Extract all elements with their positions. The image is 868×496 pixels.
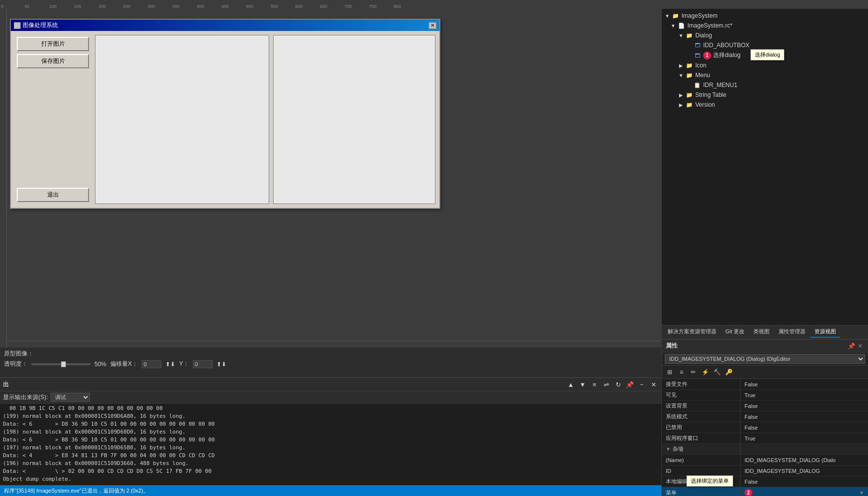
output-align-right-btn[interactable]: ⇌ xyxy=(601,379,611,389)
tree-item-rc-label: ImageSystem.rc* xyxy=(687,22,732,29)
prop-row-app-window: 应用程序窗口 True xyxy=(662,433,868,444)
tree-item-rc[interactable]: ▼ 📄 ImageSystem.rc* xyxy=(662,21,868,30)
prop-value: False xyxy=(741,411,868,422)
prop-value: False xyxy=(741,379,868,389)
badge-1: 1 xyxy=(703,52,711,59)
tab-property-manager[interactable]: 属性管理器 xyxy=(775,326,809,338)
output-line: Data: < \ > 02 00 00 00 CD CD CD D8 CS 5… xyxy=(3,467,658,475)
output-pin-btn[interactable]: 📌 xyxy=(625,379,635,389)
offset-x-arrows: ⬆⬇ xyxy=(165,361,175,368)
tree-arrow: ▼ xyxy=(678,32,684,39)
status-text: 程序"[35148] ImageSystem.exe"已退出，返回值为 2 (0… xyxy=(4,487,149,495)
tree-item-menu-label: Menu xyxy=(695,72,710,79)
tree-item-main-dialog[interactable]: ▶ 🗔 1 选择dialog 选择dialog xyxy=(662,50,868,60)
output-panel: 出 ▲ ▼ ≡ ⇌ ↻ 📌 − ✕ 显示输出来源(S): 调试 xyxy=(0,377,661,485)
tree-item-main-dialog-label: 选择dialog xyxy=(713,51,741,59)
transparency-row: 透明度： 50% 偏移量X： ⬆⬇ Y： ⬆⬇ xyxy=(4,360,657,368)
output-minimize-btn[interactable]: − xyxy=(637,379,647,389)
prop-tool-event-btn[interactable]: ⚡ xyxy=(700,367,710,377)
dialog-icon: 🗔 xyxy=(693,41,701,49)
balloon-text-2: 选择绑定的菜单 xyxy=(691,478,729,484)
output-content[interactable]: 00 1B 9B 1C C5 C1 00 00 00 00 00 00 00 0… xyxy=(0,404,661,485)
status-bar: 程序"[35148] ImageSystem.exe"已退出，返回值为 2 (0… xyxy=(0,485,661,496)
dialog-titlebar-icon xyxy=(14,22,21,29)
tree-item-icon-folder[interactable]: ▶ 📁 Icon xyxy=(662,60,868,70)
tree-item-string-table-label: String Table xyxy=(695,91,726,98)
original-image-label: 原型图像： xyxy=(4,350,657,358)
panel-close-btn[interactable]: ✕ xyxy=(856,342,864,350)
dialog-center-panel xyxy=(95,35,269,204)
folder-icon: 📁 xyxy=(685,91,693,99)
tree-item-version-label: Version xyxy=(695,101,715,108)
transparency-slider-container[interactable] xyxy=(31,363,91,365)
output-move-up-btn[interactable]: ▲ xyxy=(566,379,576,389)
dialog-close-button[interactable]: ✕ xyxy=(429,22,436,29)
tree-root[interactable]: ▼ 📁 ImageSystem xyxy=(662,11,868,21)
rc-file-icon: 📄 xyxy=(678,22,685,29)
prop-name: 菜单 xyxy=(662,487,741,496)
output-line: (196) normal block at 0x000001C5109D3660… xyxy=(3,460,658,467)
prop-tool-build-btn[interactable]: 🔨 xyxy=(712,367,722,377)
tab-resource-view[interactable]: 资源视图 xyxy=(810,326,840,338)
open-image-button[interactable]: 打开图片 xyxy=(17,37,89,51)
prop-row-set-bg: 设置背景 False xyxy=(662,401,868,411)
panel-pin-btn[interactable]: 📌 xyxy=(847,342,855,350)
properties-panel: 属性 📌 ✕ IDD_IMAGESYSTEM_DIALOG (Dialog) I… xyxy=(662,339,868,496)
tree-item-menu1[interactable]: ▶ 📋 IDR_MENU1 xyxy=(662,80,868,90)
tree-item-string-table[interactable]: ▶ 📁 String Table xyxy=(662,90,868,100)
properties-object-select[interactable]: IDD_IMAGESYSTEM_DIALOG (Dialog) IDlgEdit… xyxy=(665,354,865,364)
prop-tool-grid-btn[interactable]: ⊞ xyxy=(665,367,675,377)
prop-tool-list-btn[interactable]: ≡ xyxy=(677,367,686,377)
resource-tree[interactable]: ▼ 📁 ImageSystem ▼ 📄 ImageSystem.rc* ▼ 📁 … xyxy=(662,9,868,325)
tree-item-dialog-label: Dialog xyxy=(695,32,712,39)
output-source-select[interactable]: 调试 xyxy=(51,393,90,402)
exit-button[interactable]: 退出 xyxy=(17,188,89,202)
dialog-icon: 🗔 xyxy=(693,52,701,59)
output-close-btn[interactable]: ✕ xyxy=(649,379,658,389)
tree-item-aboutbox[interactable]: ▶ 🗔 IDD_ABOUTBOX xyxy=(662,40,868,50)
prop-tool-edit-btn[interactable]: ✏ xyxy=(688,367,698,377)
output-line: Object dump complete. xyxy=(3,475,658,483)
prop-value: True xyxy=(741,390,868,400)
prop-row-menu[interactable]: 菜单 2 选择绑定的菜单 ▼ xyxy=(662,487,868,496)
output-align-left-btn[interactable]: ≡ xyxy=(589,379,599,389)
prop-value: False xyxy=(741,401,868,411)
prop-value: IDD_IMAGESYSTEM_DIALOG (Dialo xyxy=(741,455,868,465)
transparency-slider-track xyxy=(31,363,91,365)
tree-item-aboutbox-label: IDD_ABOUTBOX xyxy=(703,42,749,49)
tree-item-menu-folder[interactable]: ▼ 📁 Menu xyxy=(662,70,868,80)
output-refresh-btn[interactable]: ↻ xyxy=(613,379,623,389)
prop-value-menu[interactable]: 2 选择绑定的菜单 ▼ xyxy=(741,487,868,496)
tree-arrow: ▶ xyxy=(678,62,684,69)
tab-class-view[interactable]: 类视图 xyxy=(749,326,774,338)
save-image-button[interactable]: 保存图片 xyxy=(17,54,89,68)
tree-arrow: ▼ xyxy=(678,72,684,79)
dialog-left-panel: 打开图片 保存图片 退出 xyxy=(15,35,91,204)
dialog-window: 图像处理系统 ✕ 打开图片 保存图片 退出 xyxy=(10,19,440,209)
prop-value: False xyxy=(741,422,868,433)
prop-row-accept-files: 接受文件 False xyxy=(662,379,868,390)
dialog-right-panel xyxy=(273,35,435,204)
prop-row-disabled: 已禁用 False xyxy=(662,422,868,433)
bottom-label-area: 原型图像： 透明度： 50% 偏移量X： ⬆⬇ Y： ⬆⬇ xyxy=(0,348,661,377)
properties-table[interactable]: 接受文件 False 可见 True 设置背景 False 系统模式 False… xyxy=(662,379,868,496)
balloon-tooltip-1: 选择dialog xyxy=(750,49,784,60)
folder-icon: 📁 xyxy=(685,101,693,109)
output-move-down-btn[interactable]: ▼ xyxy=(578,379,588,389)
dialog-preview-area: 图像处理系统 ✕ 打开图片 保存图片 退出 xyxy=(0,9,661,348)
transparency-slider-thumb xyxy=(61,361,66,367)
prop-section-name: ▼杂项 xyxy=(662,444,741,454)
prop-name: 系统模式 xyxy=(662,411,741,422)
offset-y-input[interactable] xyxy=(193,360,213,368)
offset-x-label: 偏移量X： xyxy=(110,360,138,368)
offset-x-input[interactable] xyxy=(142,360,161,368)
tree-item-version-folder[interactable]: ▶ 📁 Version xyxy=(662,100,868,110)
tab-solution-explorer[interactable]: 解决方案资源管理器 xyxy=(664,326,720,338)
prop-tool-key-btn[interactable]: 🔑 xyxy=(724,367,734,377)
panel-controls: 📌 ✕ xyxy=(847,342,864,350)
prop-name: (Name) xyxy=(662,455,741,465)
tab-git-changes[interactable]: Git 更改 xyxy=(721,326,748,338)
tree-arrow: ▶ xyxy=(678,101,684,108)
folder-icon: 📁 xyxy=(672,12,680,20)
tree-item-dialog-folder[interactable]: ▼ 📁 Dialog xyxy=(662,30,868,40)
